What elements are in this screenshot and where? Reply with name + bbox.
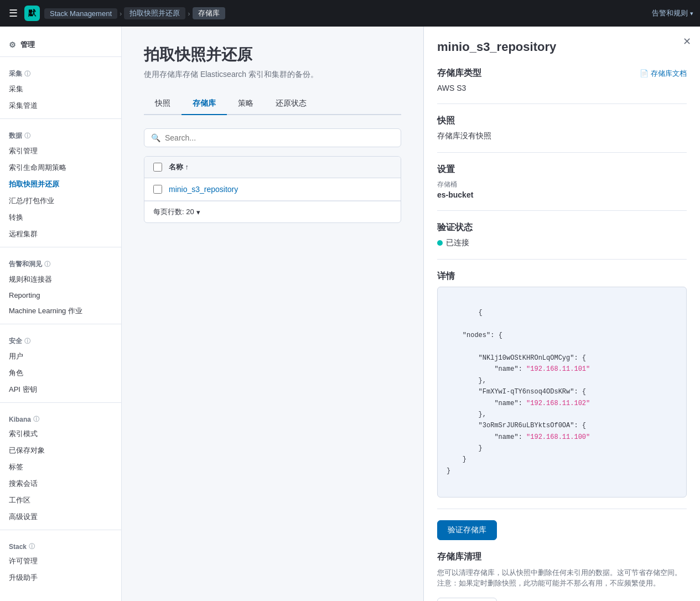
sidebar-item-license[interactable]: 许可管理: [0, 553, 121, 569]
sidebar-category-alerts: 告警和洞见 ⓘ: [0, 252, 121, 271]
sidebar-item-index-patterns[interactable]: 索引模式: [0, 426, 121, 442]
storage-type-title: 存储库类型: [437, 68, 481, 79]
details-section: 详情 { "nodes": { "NKlj10wOStKHROnLqOMCyg"…: [437, 271, 687, 509]
main-content: 拍取快照并还原 使用存储库存储 Elasticsearch 索引和集群的备份。 …: [122, 27, 423, 601]
sidebar-item-transform[interactable]: 转换: [0, 209, 121, 226]
per-page-chevron-icon[interactable]: ▾: [196, 208, 200, 216]
sidebar-item-rollup[interactable]: 汇总/打包作业: [0, 193, 121, 209]
col-header-name: 名称 ↑: [169, 162, 392, 172]
page-subtitle: 使用存储库存储 Elasticsearch 索引和集群的备份。: [144, 70, 401, 80]
alerts-chevron-icon: ▾: [690, 10, 693, 17]
settings-header: 设置: [437, 164, 687, 175]
tab-snapshots[interactable]: 快照: [144, 93, 182, 115]
app-layout: ⚙ 管理 采集 ⓘ 采集 采集管道 数据 ⓘ 索引管理: [0, 27, 700, 601]
sidebar-item-workspaces[interactable]: 工作区: [0, 492, 121, 509]
sidebar-category-stack: Stack ⓘ: [0, 535, 121, 553]
verify-status-header: 验证状态: [437, 222, 687, 234]
right-panel: ✕ minio_s3_repository 存储库类型 📄 存储库文档 AWS …: [423, 27, 700, 601]
category-label-kibana: Kibana: [9, 416, 31, 423]
sidebar: ⚙ 管理 采集 ⓘ 采集 采集管道 数据 ⓘ 索引管理: [0, 27, 122, 601]
sidebar-item-saved-objects[interactable]: 已保存对象: [0, 442, 121, 459]
tab-policies[interactable]: 策略: [227, 93, 265, 115]
verify-repository-button[interactable]: 验证存储库: [437, 520, 497, 540]
snapshot-header: 快照: [437, 115, 687, 127]
repository-table: 名称 ↑ minio_s3_repository 每页行数: 20 ▾: [144, 156, 401, 223]
category-info-icon-kibana: ⓘ: [33, 415, 39, 423]
hamburger-icon[interactable]: ☰: [7, 5, 20, 22]
alerts-rules-menu[interactable]: 告警和规则 ▾: [652, 8, 693, 18]
cleanup-repository-button[interactable]: 清理存储库: [437, 598, 497, 601]
category-info-icon-stack: ⓘ: [29, 542, 35, 551]
cleanup-title: 存储库清理: [437, 551, 687, 563]
sidebar-item-upgrade[interactable]: 升级助手: [0, 569, 121, 586]
breadcrumb-sep-2: ›: [188, 9, 190, 18]
snapshot-title: 快照: [437, 115, 455, 127]
details-title: 详情: [437, 271, 455, 282]
logo-badge: 默: [24, 6, 40, 21]
cleanup-section: 存储库清理 您可以清理存储库，以从快照中删除任何未引用的数据。这可节省存储空间。…: [437, 551, 687, 601]
storage-type-section: 存储库类型 📄 存储库文档 AWS S3: [437, 68, 687, 104]
breadcrumb-stack-management[interactable]: Stack Management: [44, 8, 117, 19]
close-icon[interactable]: ✕: [683, 35, 691, 48]
sidebar-category-security: 安全 ⓘ: [0, 329, 121, 348]
sidebar-item-tags[interactable]: 标签: [0, 459, 121, 475]
per-page-label: 每页行数: 20: [153, 207, 194, 217]
row-checkbox-1[interactable]: [153, 185, 162, 194]
details-header: 详情: [437, 271, 687, 282]
settings-title: 设置: [437, 164, 455, 175]
settings-section: 设置 存储桶 es-bucket: [437, 164, 687, 211]
table-header: 名称 ↑: [144, 157, 401, 178]
sidebar-item-snapshot[interactable]: 拍取快照并还原: [0, 176, 121, 193]
sidebar-item-collect[interactable]: 采集: [0, 81, 121, 97]
search-input[interactable]: [165, 133, 394, 142]
sidebar-item-index-management[interactable]: 索引管理: [0, 143, 121, 159]
sidebar-item-reporting[interactable]: Reporting: [0, 288, 121, 303]
verify-button-section: 验证存储库: [437, 520, 687, 540]
repository-link-cell: minio_s3_repository: [169, 185, 392, 194]
alerts-rules-label: 告警和规则: [652, 8, 688, 18]
repository-link[interactable]: minio_s3_repository: [169, 185, 238, 194]
json-indent1: [447, 331, 463, 339]
verify-status-title: 验证状态: [437, 222, 473, 234]
cleanup-description: 您可以清理存储库，以从快照中删除任何未引用的数据。这可节省存储空间。注意：如果定…: [437, 567, 687, 589]
search-icon: 🔍: [151, 133, 160, 142]
sidebar-divider-2: [0, 118, 121, 119]
doc-link-icon: 📄: [640, 69, 649, 77]
sidebar-divider-4: [0, 324, 121, 324]
sidebar-category-data: 数据 ⓘ: [0, 123, 121, 143]
doc-link-label: 存储库文档: [651, 69, 687, 79]
json-block: { "nodes": { "NKlj10wOStKHROnLqOMCyg": {…: [437, 287, 687, 498]
sidebar-item-rules-connectors[interactable]: 规则和连接器: [0, 271, 121, 288]
verify-status-section: 验证状态 已连接: [437, 222, 687, 260]
breadcrumb: Stack Management › 拍取快照并还原 › 存储库: [44, 7, 225, 19]
snapshot-section: 快照 存储库没有快照: [437, 115, 687, 153]
tab-repositories[interactable]: 存储库: [182, 93, 227, 115]
sidebar-item-api-keys[interactable]: API 密钥: [0, 381, 121, 398]
sidebar-category-collect: 采集 ⓘ: [0, 61, 121, 81]
gear-icon: ⚙: [9, 40, 16, 49]
sidebar-item-ml-jobs[interactable]: Machine Learning 作业: [0, 303, 121, 319]
tab-restore-status[interactable]: 还原状态: [265, 93, 318, 115]
status-dot: [437, 240, 443, 246]
category-info-icon-alerts: ⓘ: [44, 260, 50, 268]
select-all-checkbox[interactable]: [153, 163, 162, 172]
json-brace: {: [479, 309, 483, 317]
sidebar-item-roles[interactable]: 角色: [0, 365, 121, 381]
sidebar-item-search-sessions[interactable]: 搜索会话: [0, 475, 121, 492]
sidebar-divider-1: [0, 56, 121, 57]
page-title: 拍取快照并还原: [144, 44, 401, 65]
sidebar-item-collect-pipeline[interactable]: 采集管道: [0, 97, 121, 114]
doc-link[interactable]: 📄 存储库文档: [640, 69, 687, 79]
search-bar: 🔍: [144, 128, 401, 147]
sidebar-item-ilm[interactable]: 索引生命周期策略: [0, 159, 121, 176]
sidebar-item-advanced-settings[interactable]: 高级设置: [0, 509, 121, 525]
table-footer: 每页行数: 20 ▾: [144, 201, 401, 222]
sidebar-item-remote-cluster[interactable]: 远程集群: [0, 226, 121, 242]
storage-type-header: 存储库类型 📄 存储库文档: [437, 68, 687, 79]
category-label-alerts: 告警和洞见: [9, 260, 42, 269]
top-nav: ☰ 默 Stack Management › 拍取快照并还原 › 存储库 告警和…: [0, 0, 700, 27]
storage-type-value: AWS S3: [437, 84, 466, 92]
sidebar-item-users[interactable]: 用户: [0, 348, 121, 365]
breadcrumb-snapshot[interactable]: 拍取快照并还原: [124, 7, 185, 19]
breadcrumb-repository[interactable]: 存储库: [193, 7, 225, 19]
